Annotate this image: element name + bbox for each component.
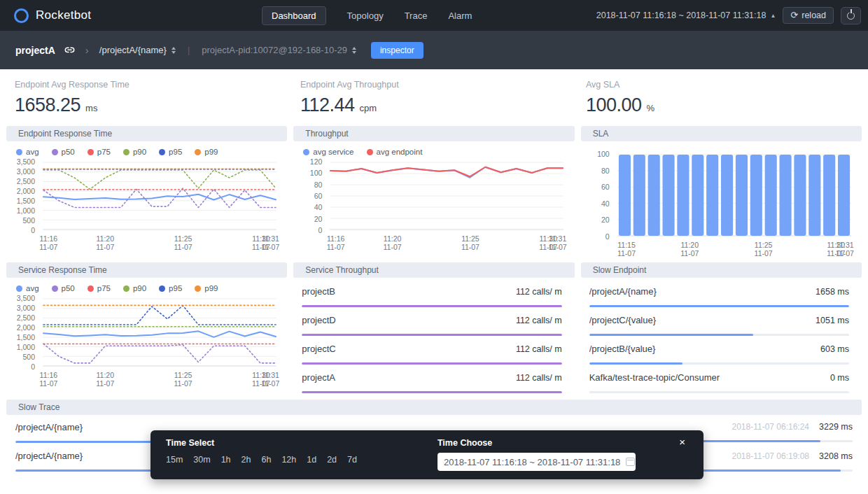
list-item-value: 112 calls/ m	[516, 373, 562, 383]
endpoint-selector[interactable]: /projectA/{name}	[99, 45, 176, 55]
metric-unit: %	[647, 103, 655, 113]
x-axis-tick: 11:1511-07	[617, 241, 636, 257]
time-option-2d[interactable]: 2d	[327, 455, 337, 465]
y-axis-tick: 1,000	[17, 343, 35, 351]
list-item-value: 3229 ms	[819, 422, 853, 432]
time-option-1d[interactable]: 1d	[307, 455, 316, 465]
legend-item-avg[interactable]: avg	[16, 284, 39, 292]
project-name[interactable]: projectA	[15, 45, 55, 56]
legend-item-p50[interactable]: p50	[52, 284, 75, 292]
legend-item-p50[interactable]: p50	[52, 148, 75, 156]
close-icon[interactable]: ×	[679, 437, 685, 447]
x-axis-tick: 11:2011-07	[680, 241, 699, 257]
caret-up-icon: ▲	[770, 13, 776, 19]
metric-unit: cpm	[360, 103, 377, 113]
list-item[interactable]: Kafka/test-trace-topic/Consumer0 ms	[589, 365, 849, 394]
inspector-button[interactable]: inspector	[371, 42, 424, 59]
main-nav: Dashboard Topology Trace Alarm	[262, 0, 472, 31]
legend-label: avg service	[313, 148, 354, 156]
list-item[interactable]: projectB112 calls/ m	[302, 279, 561, 308]
list-item[interactable]: /projectC/{value}1051 ms	[589, 308, 849, 337]
list-item-value: 3208 ms	[819, 451, 853, 461]
panel-title: Slow Trace	[6, 400, 862, 415]
list-item[interactable]: /projectB/{value}603 ms	[589, 337, 849, 365]
chart-legend: avgp50p75p90p95p99	[6, 141, 287, 156]
legend-item-p90[interactable]: p90	[123, 148, 146, 156]
time-option-12h[interactable]: 12h	[281, 455, 296, 465]
time-range-display[interactable]: 2018-11-07 11:16:18 ~ 2018-11-07 11:31:1…	[596, 10, 776, 20]
reload-button[interactable]: ⟳ reload	[783, 7, 834, 24]
x-axis-tick: 11:2511-07	[174, 234, 192, 251]
list-item[interactable]: /projectA/{name}1658 ms	[589, 279, 849, 308]
time-option-7d[interactable]: 7d	[347, 455, 357, 465]
top-navbar: Rocketbot Dashboard Topology Trace Alarm…	[0, 0, 868, 31]
y-axis-tick: 3,000	[17, 167, 35, 176]
nav-tab-topology[interactable]: Topology	[347, 10, 384, 21]
panel-title: Service Throughput	[293, 262, 574, 278]
y-axis-tick: 80	[601, 167, 610, 175]
power-icon	[847, 12, 855, 20]
chevron-right-icon: ›	[85, 44, 89, 56]
legend-item-p75[interactable]: p75	[88, 148, 111, 156]
list-item-timestamp: 2018-11-07 06:19:08	[732, 451, 810, 461]
legend-label: p50	[62, 284, 75, 292]
list-item-name: projectB	[302, 286, 516, 297]
time-option-2h[interactable]: 2h	[241, 455, 251, 465]
x-axis-tick: 11:2511-07	[755, 241, 773, 257]
legend-item-p95[interactable]: p95	[159, 284, 182, 292]
list-item[interactable]: projectC112 calls/ m	[302, 337, 561, 365]
metric-endpoint-avg-throughput: Endpoint Avg Throughput 112.44 cpm	[291, 69, 577, 126]
y-axis-tick: 2,500	[17, 313, 35, 322]
list-item[interactable]: projectA112 calls/ m	[302, 365, 561, 394]
progress-bar-fill	[589, 362, 683, 365]
progress-bar-track	[302, 334, 561, 336]
legend-label: p75	[97, 148, 111, 156]
legend-item-p99[interactable]: p99	[195, 284, 218, 292]
time-option-30m[interactable]: 30m	[193, 455, 210, 465]
sort-arrows-icon	[352, 47, 356, 54]
service-response-time-chart: 3,5003,0002,5002,0001,5001,000500011:161…	[10, 298, 280, 388]
list-item-name: Kafka/test-trace-topic/Consumer	[589, 372, 830, 383]
legend-item-avg-endpoint[interactable]: avg endpoint	[367, 148, 423, 156]
time-option-1h[interactable]: 1h	[221, 455, 231, 465]
calendar-icon	[626, 458, 635, 466]
instance-selector[interactable]: projectA-pid:10072@192-168-10-29	[202, 45, 356, 55]
progress-bar-track	[589, 305, 849, 307]
list-item-name: projectD	[302, 315, 516, 325]
panel-title: Slow Endpoint	[581, 262, 862, 278]
list-item-value: 112 calls/ m	[516, 344, 562, 354]
time-option-6h[interactable]: 6h	[261, 455, 271, 465]
endpoint-response-time-chart: 3,5003,0002,5002,0001,5001,000500011:161…	[10, 162, 280, 251]
metric-value: 100.00	[586, 94, 642, 116]
list-item-name: /projectC/{value}	[589, 315, 816, 325]
legend-item-p75[interactable]: p75	[88, 284, 111, 292]
x-axis-tick: 11:2011-07	[384, 234, 402, 251]
legend-item-p95[interactable]: p95	[159, 148, 182, 156]
list-item[interactable]: projectD112 calls/ m	[302, 308, 561, 337]
list-item-value: 112 calls/ m	[516, 316, 562, 325]
x-axis-tick: 11:2011-07	[96, 234, 114, 251]
legend-item-avg[interactable]: avg	[16, 148, 39, 156]
time-option-15m[interactable]: 15m	[166, 455, 183, 465]
y-axis-tick: 40	[601, 199, 610, 208]
reload-label: reload	[802, 10, 826, 20]
y-axis-tick: 40	[314, 203, 323, 211]
metric-value: 112.44	[300, 94, 355, 116]
progress-bar-fill	[302, 305, 561, 307]
time-range-input[interactable]: 2018-11-07 11:16:18 ~ 2018-11-07 11:31:1…	[438, 453, 636, 471]
legend-item-p99[interactable]: p99	[195, 148, 218, 156]
progress-bar-fill	[589, 334, 753, 336]
progress-bar-track	[302, 391, 561, 393]
metric-unit: ms	[85, 103, 97, 113]
nav-tab-alarm[interactable]: Alarm	[448, 10, 472, 21]
nav-tab-dashboard[interactable]: Dashboard	[262, 6, 326, 25]
legend-item-avg-service[interactable]: avg service	[303, 148, 354, 156]
power-button[interactable]	[841, 7, 861, 24]
throughput-chart: 12010080604020011:1611-0711:2011-0711:25…	[298, 162, 567, 251]
list-item-name: projectC	[302, 344, 516, 354]
nav-tab-trace[interactable]: Trace	[405, 10, 428, 21]
legend-item-p90[interactable]: p90	[123, 284, 146, 292]
context-bar: projectA › /projectA/{name} | projectA-p…	[0, 31, 868, 69]
y-axis-tick: 3,000	[17, 304, 35, 312]
panel-title: Throughput	[293, 126, 574, 141]
